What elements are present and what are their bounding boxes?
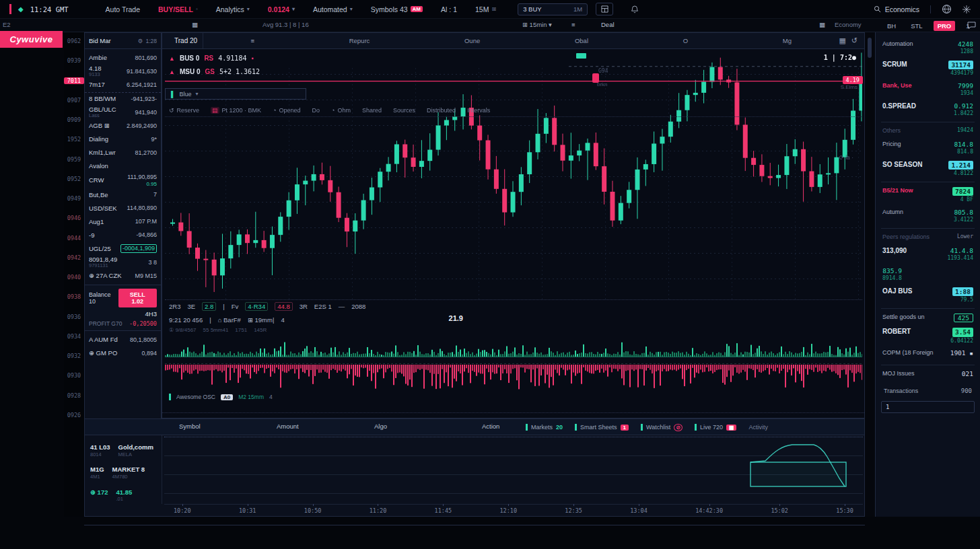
- menu-item[interactable]: Auto Trade: [106, 5, 140, 13]
- chart-tab[interactable]: Trad 20: [169, 33, 203, 48]
- quick-order-search[interactable]: 3 BUY 1M: [518, 3, 588, 15]
- watchlist-row[interactable]: Avalon: [85, 159, 161, 173]
- watchlist-row[interactable]: Ambie 801,690: [85, 51, 161, 65]
- menu-item[interactable]: Symbols 43 AM: [371, 5, 423, 13]
- panel-filter-chips: Markets 20 Smart Sheets 1 Watchlist: [526, 419, 768, 435]
- deal-button[interactable]: Deal: [601, 21, 615, 28]
- chart-head-label[interactable]: Repurc: [349, 37, 370, 44]
- sidebar-search[interactable]: [881, 401, 975, 413]
- grid-view-icon-2[interactable]: ▦: [819, 21, 825, 28]
- settings-asterisk-icon[interactable]: [963, 5, 971, 13]
- watchlist-row[interactable]: UGL/25 -0004,1,909: [85, 242, 161, 256]
- notifications-button[interactable]: [631, 5, 639, 13]
- gear-icon[interactable]: ⚙: [138, 38, 143, 44]
- timeframe-select[interactable]: ⊞ 15min ▾: [522, 21, 552, 28]
- account-row[interactable]: M1G4M1 MARKET 84M780: [90, 466, 156, 480]
- watchlist-row[interactable]: -9 -94,866: [85, 229, 161, 242]
- menu-item[interactable]: Analytics ▾: [216, 5, 250, 13]
- watchlist-row[interactable]: 8091,8,499791131 3 8: [85, 256, 161, 270]
- sidebar-tab[interactable]: STL: [907, 21, 926, 31]
- history-icon[interactable]: ↺: [851, 36, 858, 45]
- position-line-label[interactable]: ▲ BUS 0 RS 4.91184 ▪: [169, 54, 260, 62]
- watchlist-row[interactable]: Kml1,Lwr 81,2700: [85, 146, 161, 159]
- account-row[interactable]: 41 L038014 Gold,commMELA: [90, 443, 156, 458]
- price-ladder-value: 0934: [64, 333, 84, 340]
- price-ladder[interactable]: 0962 0939 7011 0907 0909 1952 0959 0952 …: [64, 32, 84, 424]
- burger-menu-icon[interactable]: ≡: [571, 21, 575, 28]
- toolbar-item-icon: ◔: [273, 107, 276, 114]
- current-price-tag[interactable]: 4.19: [843, 76, 863, 84]
- watchlist-row[interactable]: USD/SEK 114,80,890: [85, 202, 161, 215]
- order-box: Balance 10 SELL 1.02 4H3 PROFIT G70 -0,2…: [85, 285, 161, 331]
- time-axis-label: 14:42:30: [695, 507, 723, 514]
- main-chart-canvas[interactable]: [165, 49, 862, 300]
- filter-chip[interactable]: Markets 20: [526, 424, 563, 431]
- column-header[interactable]: Symbol: [179, 423, 201, 430]
- watchlist-row[interactable]: Dialing 9*: [85, 133, 161, 146]
- toolbar-item[interactable]: Intervals: [467, 107, 490, 114]
- watchlist-row[interactable]: ⊕ 27A CZK M9 M15: [85, 269, 161, 283]
- sell-button[interactable]: SELL 1.02: [118, 289, 157, 307]
- positions-panel: Symbol Amount Algo Action Markets 20 Sma…: [84, 418, 865, 517]
- menu-item[interactable]: 0.0124 ▾: [268, 5, 295, 13]
- watchlist-row[interactable]: AGB ⊞ 2.849,2490: [85, 119, 161, 133]
- menu-item[interactable]: BUY/SELL ◦: [158, 5, 198, 13]
- economy-link[interactable]: Economy: [835, 21, 862, 28]
- economics-search[interactable]: Economics: [874, 5, 931, 13]
- watchlist-row[interactable]: 7m17 6.254,1921: [85, 79, 161, 92]
- filter-chip[interactable]: Smart Sheets 1: [575, 424, 629, 431]
- menu-item[interactable]: Al : 1: [441, 5, 457, 13]
- sidebar-tab[interactable]: PRO: [934, 21, 956, 31]
- watchlist-row[interactable]: A AUM Fd 80,1,8005: [85, 333, 161, 346]
- account-row[interactable]: ⊕ 172 41.85.01: [90, 488, 156, 503]
- watchlist-row[interactable]: 8 BB/WM -941,923-: [85, 92, 161, 106]
- time-axis: 10:2010:3110:5011:2011:4512:1012:3513:04…: [164, 504, 863, 516]
- chart-head-label[interactable]: Obal: [575, 37, 588, 44]
- price-ladder-value: 0959: [64, 156, 84, 163]
- menu-item[interactable]: 15M ⊞: [475, 5, 496, 13]
- sidebar-tabs: BH STL PRO 1: [883, 19, 974, 32]
- chart-head-label[interactable]: O: [683, 37, 688, 44]
- watchlist-row[interactable]: Aug1 107 P.M: [85, 215, 161, 229]
- filter-chip[interactable]: Watchlist ⊘: [641, 424, 682, 431]
- globe-icon[interactable]: [942, 4, 952, 14]
- toolbar-item[interactable]: Shared: [362, 107, 382, 114]
- sidebar-tab[interactable]: BH: [883, 21, 900, 31]
- sidebar-search-input[interactable]: [886, 404, 970, 410]
- layout-icon: [601, 5, 608, 13]
- chat-icon[interactable]: [967, 22, 976, 30]
- indicator-dropdown[interactable]: ▌ Blue ▾: [165, 88, 306, 100]
- toolbar-item[interactable]: Do: [312, 107, 320, 114]
- watchlist-row[interactable]: CRW 111,90,8950.95: [85, 173, 161, 188]
- toolbar-item[interactable]: ◔ Ohm: [331, 107, 351, 114]
- filter-chip[interactable]: Activity: [748, 424, 768, 431]
- position-line-label[interactable]: ▲ MSU 0 GS 5+2 1.3612: [169, 68, 260, 75]
- grid-view-icon[interactable]: ▦: [839, 36, 845, 45]
- oscillator-legend[interactable]: Awesome OSC A0 M2 15mm 4: [169, 394, 273, 400]
- menu-item[interactable]: Automated ▾: [313, 5, 353, 13]
- watchlist-row[interactable]: ⊕ GM PO 0,894: [85, 346, 161, 360]
- toolbar-item[interactable]: Sources: [393, 107, 415, 114]
- layout-icon-button[interactable]: [596, 3, 613, 15]
- drawing-shape[interactable]: [748, 437, 849, 490]
- column-header[interactable]: Action: [482, 423, 499, 430]
- grid-view-icon[interactable]: ▦: [192, 21, 198, 28]
- watchlist-row[interactable]: GBL/ULCLass 941,940: [85, 106, 161, 120]
- chart-head-label[interactable]: Oune: [464, 37, 480, 44]
- column-header[interactable]: Amount: [277, 423, 299, 430]
- tp-marker[interactable]: [576, 53, 586, 59]
- burger-menu-icon[interactable]: ≡: [250, 37, 254, 44]
- watchlist-row[interactable]: 4.189133 91.841,630: [85, 65, 161, 79]
- toolbar-item[interactable]: Distributed: [427, 107, 456, 114]
- column-header[interactable]: Algo: [374, 423, 387, 430]
- volume-panel-canvas[interactable]: [165, 340, 862, 358]
- chart-head-label[interactable]: Mg: [783, 37, 792, 44]
- filter-chip[interactable]: Live 720 ▦: [695, 424, 737, 431]
- scrollbar-thumb[interactable]: [868, 38, 872, 58]
- toolbar-item[interactable]: ↺ Reserve: [169, 107, 199, 114]
- toolbar-item[interactable]: ◔ Opened: [273, 107, 300, 114]
- brand-banner[interactable]: Cywuvive: [0, 31, 63, 48]
- oscillator-panel-canvas[interactable]: [165, 361, 862, 392]
- toolbar-item[interactable]: ▤ Pt 1200 · BMK: [211, 107, 261, 114]
- watchlist-row[interactable]: But,Be 7: [85, 188, 161, 202]
